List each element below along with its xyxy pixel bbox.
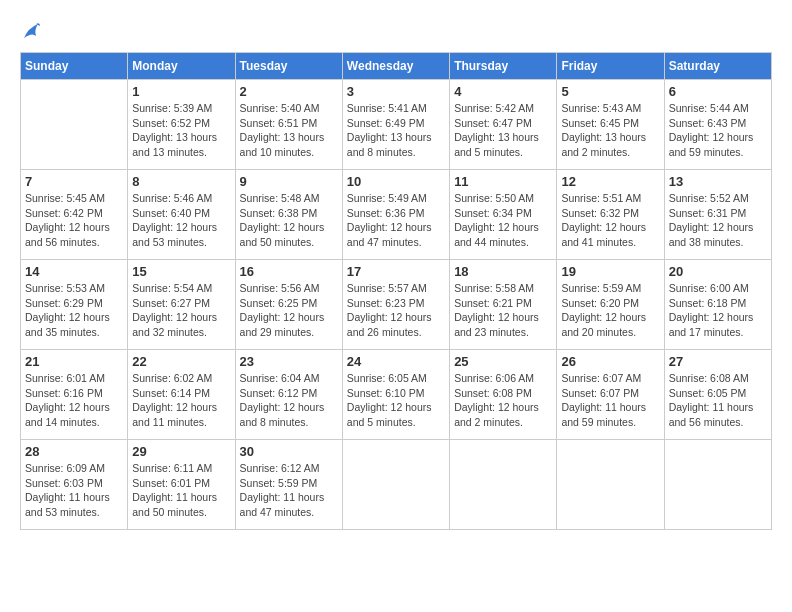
- day-number: 2: [240, 84, 338, 99]
- day-info: Sunrise: 5:39 AMSunset: 6:52 PMDaylight:…: [132, 101, 230, 160]
- calendar-day-cell: 15Sunrise: 5:54 AMSunset: 6:27 PMDayligh…: [128, 260, 235, 350]
- calendar-day-cell: 27Sunrise: 6:08 AMSunset: 6:05 PMDayligh…: [664, 350, 771, 440]
- day-number: 16: [240, 264, 338, 279]
- day-number: 20: [669, 264, 767, 279]
- day-info: Sunrise: 6:09 AMSunset: 6:03 PMDaylight:…: [25, 461, 123, 520]
- calendar-day-cell: 29Sunrise: 6:11 AMSunset: 6:01 PMDayligh…: [128, 440, 235, 530]
- calendar-day-cell: 19Sunrise: 5:59 AMSunset: 6:20 PMDayligh…: [557, 260, 664, 350]
- day-info: Sunrise: 5:40 AMSunset: 6:51 PMDaylight:…: [240, 101, 338, 160]
- calendar-day-cell: 24Sunrise: 6:05 AMSunset: 6:10 PMDayligh…: [342, 350, 449, 440]
- calendar-week-row: 1Sunrise: 5:39 AMSunset: 6:52 PMDaylight…: [21, 80, 772, 170]
- day-number: 13: [669, 174, 767, 189]
- day-number: 5: [561, 84, 659, 99]
- day-info: Sunrise: 5:54 AMSunset: 6:27 PMDaylight:…: [132, 281, 230, 340]
- day-number: 23: [240, 354, 338, 369]
- day-info: Sunrise: 6:12 AMSunset: 5:59 PMDaylight:…: [240, 461, 338, 520]
- day-number: 17: [347, 264, 445, 279]
- calendar-day-cell: 2Sunrise: 5:40 AMSunset: 6:51 PMDaylight…: [235, 80, 342, 170]
- day-number: 22: [132, 354, 230, 369]
- weekday-header: Sunday: [21, 53, 128, 80]
- calendar-day-cell: 23Sunrise: 6:04 AMSunset: 6:12 PMDayligh…: [235, 350, 342, 440]
- calendar-day-cell: 10Sunrise: 5:49 AMSunset: 6:36 PMDayligh…: [342, 170, 449, 260]
- day-info: Sunrise: 6:00 AMSunset: 6:18 PMDaylight:…: [669, 281, 767, 340]
- calendar-day-cell: [450, 440, 557, 530]
- calendar-day-cell: 8Sunrise: 5:46 AMSunset: 6:40 PMDaylight…: [128, 170, 235, 260]
- day-number: 28: [25, 444, 123, 459]
- day-info: Sunrise: 5:42 AMSunset: 6:47 PMDaylight:…: [454, 101, 552, 160]
- weekday-header: Wednesday: [342, 53, 449, 80]
- day-number: 7: [25, 174, 123, 189]
- day-number: 3: [347, 84, 445, 99]
- day-info: Sunrise: 6:07 AMSunset: 6:07 PMDaylight:…: [561, 371, 659, 430]
- day-number: 10: [347, 174, 445, 189]
- day-info: Sunrise: 5:57 AMSunset: 6:23 PMDaylight:…: [347, 281, 445, 340]
- day-info: Sunrise: 6:04 AMSunset: 6:12 PMDaylight:…: [240, 371, 338, 430]
- calendar-day-cell: 3Sunrise: 5:41 AMSunset: 6:49 PMDaylight…: [342, 80, 449, 170]
- calendar-day-cell: 4Sunrise: 5:42 AMSunset: 6:47 PMDaylight…: [450, 80, 557, 170]
- day-number: 21: [25, 354, 123, 369]
- day-info: Sunrise: 5:49 AMSunset: 6:36 PMDaylight:…: [347, 191, 445, 250]
- day-info: Sunrise: 5:53 AMSunset: 6:29 PMDaylight:…: [25, 281, 123, 340]
- day-info: Sunrise: 5:50 AMSunset: 6:34 PMDaylight:…: [454, 191, 552, 250]
- calendar-day-cell: 9Sunrise: 5:48 AMSunset: 6:38 PMDaylight…: [235, 170, 342, 260]
- day-number: 11: [454, 174, 552, 189]
- calendar-week-row: 21Sunrise: 6:01 AMSunset: 6:16 PMDayligh…: [21, 350, 772, 440]
- calendar-day-cell: 20Sunrise: 6:00 AMSunset: 6:18 PMDayligh…: [664, 260, 771, 350]
- calendar-day-cell: 7Sunrise: 5:45 AMSunset: 6:42 PMDaylight…: [21, 170, 128, 260]
- calendar-day-cell: 14Sunrise: 5:53 AMSunset: 6:29 PMDayligh…: [21, 260, 128, 350]
- day-number: 15: [132, 264, 230, 279]
- day-info: Sunrise: 6:06 AMSunset: 6:08 PMDaylight:…: [454, 371, 552, 430]
- day-number: 8: [132, 174, 230, 189]
- calendar-day-cell: 22Sunrise: 6:02 AMSunset: 6:14 PMDayligh…: [128, 350, 235, 440]
- day-number: 14: [25, 264, 123, 279]
- calendar-day-cell: 26Sunrise: 6:07 AMSunset: 6:07 PMDayligh…: [557, 350, 664, 440]
- calendar-week-row: 7Sunrise: 5:45 AMSunset: 6:42 PMDaylight…: [21, 170, 772, 260]
- weekday-header: Thursday: [450, 53, 557, 80]
- day-info: Sunrise: 5:52 AMSunset: 6:31 PMDaylight:…: [669, 191, 767, 250]
- calendar-day-cell: 1Sunrise: 5:39 AMSunset: 6:52 PMDaylight…: [128, 80, 235, 170]
- calendar-day-cell: 21Sunrise: 6:01 AMSunset: 6:16 PMDayligh…: [21, 350, 128, 440]
- day-info: Sunrise: 5:58 AMSunset: 6:21 PMDaylight:…: [454, 281, 552, 340]
- day-number: 25: [454, 354, 552, 369]
- day-info: Sunrise: 6:11 AMSunset: 6:01 PMDaylight:…: [132, 461, 230, 520]
- day-number: 1: [132, 84, 230, 99]
- page-header: [20, 20, 772, 42]
- day-info: Sunrise: 5:43 AMSunset: 6:45 PMDaylight:…: [561, 101, 659, 160]
- calendar-day-cell: 28Sunrise: 6:09 AMSunset: 6:03 PMDayligh…: [21, 440, 128, 530]
- weekday-header: Friday: [557, 53, 664, 80]
- day-info: Sunrise: 5:51 AMSunset: 6:32 PMDaylight:…: [561, 191, 659, 250]
- day-info: Sunrise: 5:46 AMSunset: 6:40 PMDaylight:…: [132, 191, 230, 250]
- day-number: 18: [454, 264, 552, 279]
- weekday-header: Monday: [128, 53, 235, 80]
- calendar-day-cell: 5Sunrise: 5:43 AMSunset: 6:45 PMDaylight…: [557, 80, 664, 170]
- weekday-header: Saturday: [664, 53, 771, 80]
- day-number: 6: [669, 84, 767, 99]
- calendar-day-cell: [664, 440, 771, 530]
- calendar-day-cell: 12Sunrise: 5:51 AMSunset: 6:32 PMDayligh…: [557, 170, 664, 260]
- calendar-day-cell: 13Sunrise: 5:52 AMSunset: 6:31 PMDayligh…: [664, 170, 771, 260]
- calendar-day-cell: [21, 80, 128, 170]
- day-number: 29: [132, 444, 230, 459]
- logo-bird-icon: [22, 20, 40, 42]
- day-info: Sunrise: 6:05 AMSunset: 6:10 PMDaylight:…: [347, 371, 445, 430]
- day-info: Sunrise: 6:01 AMSunset: 6:16 PMDaylight:…: [25, 371, 123, 430]
- day-number: 30: [240, 444, 338, 459]
- day-number: 12: [561, 174, 659, 189]
- calendar-table: SundayMondayTuesdayWednesdayThursdayFrid…: [20, 52, 772, 530]
- calendar-day-cell: 25Sunrise: 6:06 AMSunset: 6:08 PMDayligh…: [450, 350, 557, 440]
- day-info: Sunrise: 5:56 AMSunset: 6:25 PMDaylight:…: [240, 281, 338, 340]
- calendar-day-cell: 16Sunrise: 5:56 AMSunset: 6:25 PMDayligh…: [235, 260, 342, 350]
- calendar-day-cell: 17Sunrise: 5:57 AMSunset: 6:23 PMDayligh…: [342, 260, 449, 350]
- calendar-header-row: SundayMondayTuesdayWednesdayThursdayFrid…: [21, 53, 772, 80]
- day-number: 24: [347, 354, 445, 369]
- day-info: Sunrise: 5:59 AMSunset: 6:20 PMDaylight:…: [561, 281, 659, 340]
- logo: [20, 20, 40, 42]
- day-number: 19: [561, 264, 659, 279]
- day-info: Sunrise: 5:48 AMSunset: 6:38 PMDaylight:…: [240, 191, 338, 250]
- calendar-day-cell: [342, 440, 449, 530]
- calendar-week-row: 14Sunrise: 5:53 AMSunset: 6:29 PMDayligh…: [21, 260, 772, 350]
- calendar-week-row: 28Sunrise: 6:09 AMSunset: 6:03 PMDayligh…: [21, 440, 772, 530]
- day-number: 4: [454, 84, 552, 99]
- weekday-header: Tuesday: [235, 53, 342, 80]
- calendar-day-cell: 6Sunrise: 5:44 AMSunset: 6:43 PMDaylight…: [664, 80, 771, 170]
